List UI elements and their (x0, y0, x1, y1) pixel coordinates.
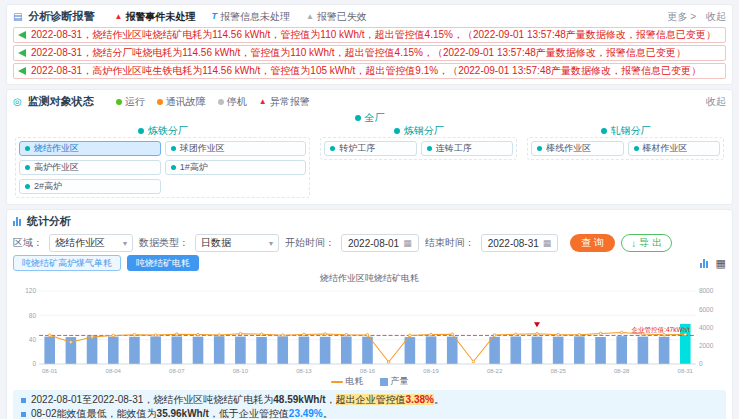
svg-text:08-13: 08-13 (296, 368, 312, 374)
legend-label: 电耗 (346, 375, 364, 388)
status-dot (634, 146, 639, 151)
monitor-collapse-link[interactable]: 收起 (706, 95, 726, 109)
summary-value: 35.96kWh/t (157, 408, 209, 419)
start-time-label: 开始时间： (285, 236, 335, 250)
legend-stopped: 停机 (218, 95, 247, 109)
alert-row[interactable]: 2022-08-31，高炉作业区吨生铁电耗为114.56 kWh/t，管控值为1… (13, 63, 726, 79)
summary-text: 2022-08-01至2022-08-31，烧结作业区吨烧结矿电耗为 (31, 394, 273, 405)
export-button[interactable]: ↓导 出 (621, 234, 672, 252)
alarm-tabs: ▲ 报警事件未处理 T 报警信息未处理 ▲ 报警已失效 (114, 10, 366, 24)
svg-text:0: 0 (32, 360, 36, 367)
legend-production[interactable]: 产量 (380, 375, 409, 388)
filter-controls: 区域： 烧结作业区 ▾ 数据类型： 日数据 ▾ 开始时间： 2022-08-01… (13, 234, 726, 252)
plant-groups: 炼铁分厂 烧结作业区 球团作业区 高炉作业区 (15, 124, 724, 198)
legend-label: 停机 (227, 95, 247, 109)
unit-blast-furnace-1[interactable]: 1#高炉 (165, 160, 307, 175)
monitor-header-links: 收起 (706, 95, 726, 109)
svg-text:08-04: 08-04 (106, 368, 122, 374)
tab-alarm-events-unhandled[interactable]: ▲ 报警事件未处理 (114, 10, 195, 24)
legend-label: 异常报警 (270, 95, 310, 109)
tab-alarm-info-unhandled[interactable]: T 报警信息未处理 (211, 10, 290, 24)
bar-swatch-icon (380, 378, 388, 386)
unit-grid-steelmaking: 转炉工序 连铸工序 (320, 137, 517, 160)
metric-tab-electricity-consumption[interactable]: 吨烧结矿电耗 (127, 255, 199, 271)
calendar-icon: ▦ (403, 239, 412, 248)
svg-text:80: 80 (29, 312, 37, 319)
status-dot (330, 146, 335, 151)
bullet-icon (21, 398, 26, 403)
group-label-steelmaking[interactable]: 炼钢分厂 (320, 124, 517, 137)
unit-casting-process[interactable]: 连铸工序 (421, 141, 513, 156)
region-select[interactable]: 烧结作业区 ▾ (49, 234, 133, 252)
svg-text:08-25: 08-25 (550, 368, 566, 374)
group-ironmaking: 炼铁分厂 烧结作业区 球团作业区 高炉作业区 (15, 124, 310, 198)
group-rolling: 轧钢分厂 棒线作业区 棒材作业区 (527, 124, 724, 160)
svg-text:0: 0 (699, 360, 703, 367)
alert-row[interactable]: 2022-08-31，烧结作业区吨烧结矿电耗为114.56 kWh/t，管控值为… (13, 27, 726, 43)
chart-title: 烧结作业区吨烧结矿电耗 (13, 273, 726, 284)
report-list-icon: ▤ (13, 12, 22, 22)
summary-highlight: 超出企业管控值 (336, 394, 406, 405)
svg-text:40: 40 (29, 336, 37, 343)
monitor-panel: ◎ 监测对象状态 运行 通讯故障 停机 ▲ 异常报警 (6, 89, 733, 205)
unit-label: 烧结作业区 (34, 142, 79, 155)
summary-text: 。 (323, 408, 333, 419)
table-view-icon[interactable]: ▦ (716, 258, 726, 269)
chevron-down-icon: ▾ (269, 239, 273, 248)
alert-row[interactable]: 2022-08-31，烧结分厂吨烧电耗为114.56 kWh/t，管控值为110… (13, 45, 726, 61)
dashboard-page: ▤ 分析诊断报警 ▲ 报警事件未处理 T 报警信息未处理 ▲ 报警已失效 更多 … (0, 0, 739, 419)
tab-label: 报警事件未处理 (125, 10, 195, 24)
metric-tab-gas-unit-consumption[interactable]: 吨烧结矿高炉煤气单耗 (13, 255, 121, 271)
group-label-rolling[interactable]: 轧钢分厂 (527, 124, 724, 137)
node-dot (601, 128, 607, 134)
unit-label: 高炉作业区 (34, 161, 79, 174)
summary-text: ， (326, 394, 336, 405)
legend-electricity[interactable]: 电耗 (331, 375, 364, 388)
unit-sintering-area[interactable]: 烧结作业区 (19, 141, 161, 156)
start-date-picker[interactable]: 2022-08-01 ▦ (341, 234, 419, 252)
svg-text:08-28: 08-28 (614, 368, 630, 374)
summary-line: 08-02能效值最低，能效值为35.96kWh/t，低于企业管控值23.49%。 (21, 407, 718, 419)
tab-alarm-expired[interactable]: ▲ 报警已失效 (306, 10, 367, 24)
view-switch-icons: ▦ (700, 258, 726, 269)
group-label-ironmaking[interactable]: 炼铁分厂 (15, 124, 310, 137)
status-dot-stopped (218, 99, 224, 105)
chevron-down-icon: ▾ (123, 239, 127, 248)
unit-label: 2#高炉 (34, 180, 62, 193)
download-icon: ↓ (631, 238, 636, 249)
alert-text: 2022-08-31，烧结作业区吨烧结矿电耗为114.56 kWh/t，管控值为… (31, 28, 716, 42)
energy-chart-svg: 0408012002000400060008000企业管控值:47kWh/t08… (13, 284, 726, 376)
svg-text:6000: 6000 (699, 306, 714, 313)
end-time-label: 结束时间： (425, 236, 475, 250)
node-dot (394, 128, 400, 134)
alert-text: 2022-08-31，高炉作业区吨生铁电耗为114.56 kWh/t，管控值为1… (31, 64, 701, 78)
unit-pellet-area[interactable]: 球团作业区 (165, 141, 307, 156)
end-date-picker[interactable]: 2022-08-31 ▦ (481, 234, 559, 252)
unit-bar-area[interactable]: 棒材作业区 (628, 141, 720, 156)
monitor-icon: ◎ (13, 97, 22, 107)
summary-value: 48.59kWh/t (273, 394, 325, 405)
node-whole-plant[interactable]: 全厂 (15, 111, 724, 124)
svg-text:120: 120 (25, 287, 36, 294)
alert-flag-icon (18, 67, 26, 75)
unit-blast-furnace-area[interactable]: 高炉作业区 (19, 160, 161, 175)
summary-percent: 3.38% (406, 394, 434, 405)
alarm-collapse-link[interactable]: 收起 (706, 10, 726, 24)
tab-label: 报警信息未处理 (220, 10, 290, 24)
datatype-label: 数据类型： (139, 236, 189, 250)
chart-view-icon[interactable] (700, 258, 708, 268)
search-button[interactable]: 查 询 (570, 234, 615, 252)
unit-converter-process[interactable]: 转炉工序 (324, 141, 416, 156)
unit-bar-wire-area[interactable]: 棒线作业区 (531, 141, 623, 156)
svg-text:08-22: 08-22 (487, 368, 503, 374)
group-label-text: 炼铁分厂 (148, 124, 188, 138)
datatype-select[interactable]: 日数据 ▾ (195, 234, 279, 252)
export-label: 导 出 (639, 236, 662, 250)
legend-label: 运行 (125, 95, 145, 109)
status-legend: 运行 通讯故障 停机 ▲ 异常报警 (116, 95, 310, 109)
unit-blast-furnace-2[interactable]: 2#高炉 (19, 179, 161, 194)
svg-text:08-31: 08-31 (678, 368, 694, 374)
group-steelmaking: 炼钢分厂 转炉工序 连铸工序 (320, 124, 517, 160)
metric-tabs: 吨烧结矿高炉煤气单耗 吨烧结矿电耗 ▦ (13, 255, 726, 271)
more-link[interactable]: 更多 > (667, 10, 696, 24)
